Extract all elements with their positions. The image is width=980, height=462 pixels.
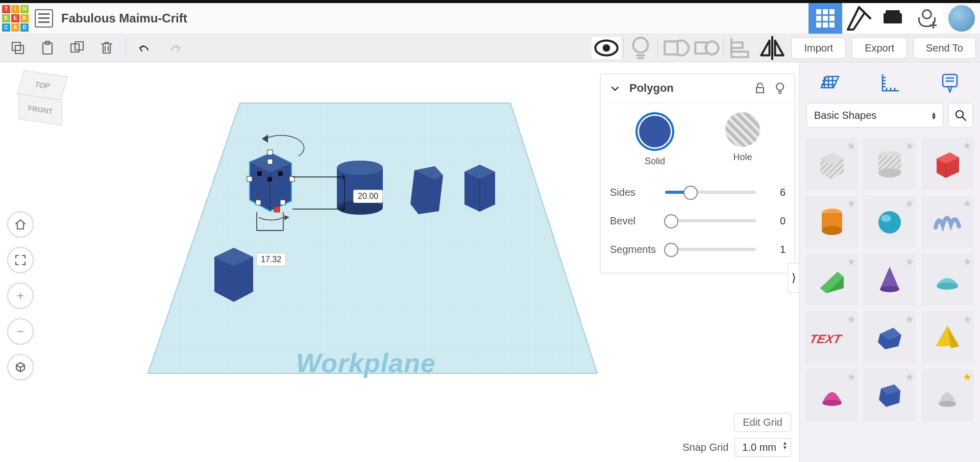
shape-scribble[interactable]: ★ bbox=[921, 195, 974, 248]
shape-search-button[interactable] bbox=[948, 103, 973, 127]
param-segments-label: Segments bbox=[610, 244, 657, 255]
snap-grid-select[interactable]: 1.0 mm ▴▾ bbox=[734, 438, 791, 457]
canvas-area[interactable]: TOP FRONT + − bbox=[0, 62, 980, 462]
shape-box-hole[interactable]: ★ bbox=[805, 138, 858, 190]
copy-button[interactable] bbox=[3, 34, 33, 62]
shape-cylinder[interactable]: ★ bbox=[805, 195, 858, 248]
shape-pyramid[interactable]: ★ bbox=[921, 311, 974, 364]
sidebar-collapse-button[interactable]: ⟩ bbox=[788, 263, 799, 293]
shape-box[interactable]: ★ bbox=[921, 138, 974, 190]
svg-marker-60 bbox=[880, 267, 899, 289]
main-toolbar: Import Export Send To bbox=[0, 34, 980, 62]
tinkercad-logo[interactable]: TIN KER CAD bbox=[0, 3, 31, 34]
snap-grid-value: 1.0 mm bbox=[742, 442, 776, 453]
top-header: TIN KER CAD Fabulous Maimu-Crift bbox=[0, 3, 980, 34]
svg-point-55 bbox=[822, 226, 842, 235]
svg-rect-35 bbox=[257, 171, 262, 176]
svg-rect-37 bbox=[274, 207, 280, 212]
svg-rect-1 bbox=[15, 45, 23, 54]
bulb-button[interactable] bbox=[626, 37, 655, 59]
shape-cone[interactable]: ★ bbox=[863, 253, 916, 306]
undo-button[interactable] bbox=[130, 34, 160, 62]
shape-roof[interactable]: ★ bbox=[805, 253, 858, 306]
inspector-panel: Polygon Solid Hole Sides 6 Bev bbox=[600, 73, 795, 273]
group-button[interactable] bbox=[660, 37, 690, 59]
design-list-icon[interactable] bbox=[35, 9, 53, 28]
export-button[interactable]: Export bbox=[852, 37, 907, 59]
edit-grid-button[interactable]: Edit Grid bbox=[734, 413, 791, 432]
mirror-button[interactable] bbox=[757, 37, 787, 59]
shape-paraboloid-pink[interactable]: ★ bbox=[805, 369, 858, 421]
redo-button[interactable] bbox=[160, 34, 189, 62]
hole-label: Hole bbox=[733, 152, 752, 163]
workplane[interactable]: Workplane 20.00 17.32 bbox=[143, 88, 602, 404]
bevel-value[interactable]: 0 bbox=[764, 215, 786, 227]
collapse-icon[interactable] bbox=[610, 83, 620, 93]
collaborate-button[interactable] bbox=[910, 3, 943, 34]
tab-notes-icon[interactable] bbox=[937, 69, 963, 96]
svg-point-57 bbox=[881, 215, 891, 222]
paste-button[interactable] bbox=[33, 34, 62, 62]
import-button[interactable]: Import bbox=[791, 37, 846, 59]
segments-value[interactable]: 1 bbox=[764, 244, 786, 255]
view-cube[interactable]: TOP FRONT bbox=[15, 71, 66, 122]
svg-rect-29 bbox=[267, 159, 273, 164]
segments-slider[interactable] bbox=[665, 248, 756, 251]
duplicate-button[interactable] bbox=[62, 34, 92, 62]
svg-point-17 bbox=[337, 161, 383, 175]
lightbulb-icon[interactable] bbox=[774, 82, 786, 94]
fit-view-button[interactable] bbox=[7, 247, 34, 273]
dimension-height[interactable]: 20.00 bbox=[353, 190, 383, 203]
param-bevel-label: Bevel bbox=[610, 215, 657, 227]
solid-label: Solid bbox=[645, 156, 665, 167]
tab-workplane-icon[interactable] bbox=[816, 69, 843, 96]
shape-polygon2[interactable]: ★ bbox=[863, 369, 916, 421]
inspector-title: Polygon bbox=[629, 82, 746, 95]
bevel-slider[interactable] bbox=[665, 219, 756, 222]
ungroup-button[interactable] bbox=[692, 37, 721, 59]
project-title[interactable]: Fabulous Maimu-Crift bbox=[61, 11, 808, 25]
viewcube-front[interactable]: FRONT bbox=[18, 94, 62, 125]
svg-point-71 bbox=[939, 401, 956, 407]
user-avatar[interactable] bbox=[948, 5, 975, 32]
hole-option[interactable]: Hole bbox=[725, 112, 760, 167]
svg-rect-34 bbox=[267, 177, 272, 182]
shape-text[interactable]: ★ TEXT bbox=[805, 311, 858, 364]
mode-blocks-button[interactable] bbox=[842, 3, 876, 34]
dimension-width[interactable]: 17.32 bbox=[256, 253, 286, 266]
shape-sphere[interactable]: ★ bbox=[863, 195, 916, 248]
svg-rect-31 bbox=[256, 200, 261, 205]
svg-point-49 bbox=[878, 168, 901, 177]
shape-half-sphere[interactable]: ★ bbox=[921, 253, 974, 306]
sendto-button[interactable]: Send To bbox=[913, 37, 976, 59]
shape-cylinder-hole[interactable]: ★ bbox=[863, 138, 916, 190]
shape-category-select[interactable]: Basic Shapes ▴▾ bbox=[806, 103, 943, 127]
svg-marker-13 bbox=[148, 103, 597, 373]
svg-rect-28 bbox=[247, 176, 252, 182]
mode-3d-button[interactable] bbox=[808, 3, 842, 34]
solid-option[interactable]: Solid bbox=[635, 112, 674, 167]
svg-rect-36 bbox=[278, 171, 283, 176]
zoom-in-button[interactable]: + bbox=[7, 283, 34, 309]
ortho-button[interactable] bbox=[7, 354, 34, 380]
delete-button[interactable] bbox=[92, 34, 121, 62]
shape-category-label: Basic Shapes bbox=[814, 110, 876, 121]
shape-paraboloid-grey[interactable]: ★ bbox=[921, 369, 974, 421]
svg-rect-0 bbox=[12, 42, 20, 50]
notes-visible-button[interactable] bbox=[592, 37, 621, 59]
lock-icon[interactable] bbox=[755, 83, 765, 94]
svg-point-62 bbox=[937, 283, 958, 290]
mode-bricks-button[interactable] bbox=[876, 3, 910, 34]
sides-value[interactable]: 6 bbox=[764, 187, 786, 198]
svg-rect-9 bbox=[665, 41, 678, 54]
sides-slider[interactable] bbox=[665, 191, 756, 194]
align-button[interactable] bbox=[726, 37, 755, 59]
svg-point-8 bbox=[633, 38, 648, 53]
tab-ruler-icon[interactable] bbox=[876, 69, 903, 96]
home-view-button[interactable] bbox=[7, 211, 34, 238]
shape-palette: ★ ★ ★ ★ ★ ★ ★ ★ bbox=[799, 134, 980, 462]
snap-grid-label: Snap Grid bbox=[682, 442, 728, 453]
shapes-sidebar: Basic Shapes ▴▾ ★ ★ ★ ★ ★ bbox=[799, 62, 980, 462]
shape-polygon[interactable]: ★ bbox=[863, 311, 916, 364]
zoom-out-button[interactable]: − bbox=[7, 318, 34, 345]
